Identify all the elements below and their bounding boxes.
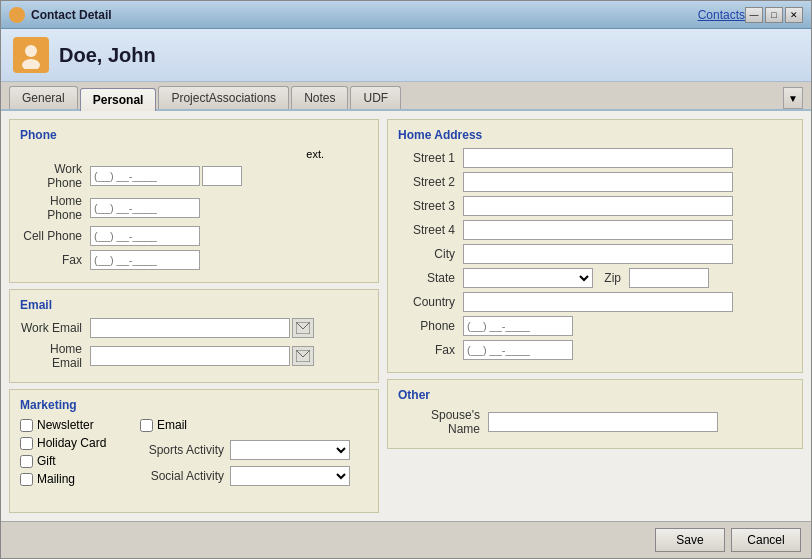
- phone-section: Phone ext. Work Phone Home Phone Cell Ph…: [9, 119, 379, 283]
- tab-personal[interactable]: Personal: [80, 88, 157, 111]
- street1-input[interactable]: [463, 148, 733, 168]
- other-section: Other Spouse's Name: [387, 379, 803, 449]
- title-bar: Contact Detail Contacts — □ ✕: [1, 1, 811, 29]
- address-phone-label: Phone: [398, 319, 463, 333]
- mailing-label: Mailing: [37, 472, 75, 486]
- address-fax-row: Fax: [398, 340, 792, 360]
- spouse-name-input[interactable]: [488, 412, 718, 432]
- email-marketing-row: Email: [140, 418, 368, 432]
- home-phone-label: Home Phone: [20, 194, 90, 222]
- work-email-input[interactable]: [90, 318, 290, 338]
- window-controls: — □ ✕: [745, 7, 803, 23]
- street4-input[interactable]: [463, 220, 733, 240]
- tab-general[interactable]: General: [9, 86, 78, 109]
- email-section-title: Email: [20, 298, 368, 312]
- social-activity-label: Social Activity: [140, 469, 230, 483]
- email-marketing-checkbox[interactable]: [140, 419, 153, 432]
- maximize-button[interactable]: □: [765, 7, 783, 23]
- right-panel: Home Address Street 1 Street 2 Street 3 …: [387, 119, 803, 513]
- main-content: Phone ext. Work Phone Home Phone Cell Ph…: [1, 111, 811, 521]
- footer: Save Cancel: [1, 521, 811, 558]
- minimize-button[interactable]: —: [745, 7, 763, 23]
- fax-input[interactable]: [90, 250, 200, 270]
- home-phone-row: Home Phone: [20, 194, 368, 222]
- state-select[interactable]: [463, 268, 593, 288]
- street3-input[interactable]: [463, 196, 733, 216]
- city-input[interactable]: [463, 244, 733, 264]
- holiday-card-checkbox[interactable]: [20, 437, 33, 450]
- gift-checkbox[interactable]: [20, 455, 33, 468]
- sports-activity-select[interactable]: [230, 440, 350, 460]
- address-fax-label: Fax: [398, 343, 463, 357]
- save-button[interactable]: Save: [655, 528, 725, 552]
- sports-activity-row: Sports Activity: [140, 440, 368, 460]
- other-section-title: Other: [398, 388, 792, 402]
- svg-point-0: [25, 45, 37, 57]
- work-phone-input[interactable]: [90, 166, 200, 186]
- email-section: Email Work Email Home Email: [9, 289, 379, 383]
- address-phone-input[interactable]: [463, 316, 573, 336]
- home-email-icon-button[interactable]: [292, 346, 314, 366]
- ext-header-label: ext.: [306, 148, 324, 160]
- marketing-col2: Email Sports Activity Social Activity: [140, 418, 368, 490]
- street2-label: Street 2: [398, 175, 463, 189]
- home-email-row: Home Email: [20, 342, 368, 370]
- work-email-icon-button[interactable]: [292, 318, 314, 338]
- street1-row: Street 1: [398, 148, 792, 168]
- fax-label: Fax: [20, 253, 90, 267]
- gift-label: Gift: [37, 454, 56, 468]
- city-row: City: [398, 244, 792, 264]
- tab-udf[interactable]: UDF: [350, 86, 401, 109]
- contact-name: Doe, John: [59, 44, 156, 67]
- work-email-label: Work Email: [20, 321, 90, 335]
- svg-point-1: [22, 59, 40, 69]
- home-address-section: Home Address Street 1 Street 2 Street 3 …: [387, 119, 803, 373]
- home-phone-input[interactable]: [90, 198, 200, 218]
- newsletter-row: Newsletter: [20, 418, 140, 432]
- tab-bar: General Personal ProjectAssociations Not…: [1, 82, 811, 111]
- country-input[interactable]: [463, 292, 733, 312]
- cell-phone-input[interactable]: [90, 226, 200, 246]
- home-email-input[interactable]: [90, 346, 290, 366]
- work-email-row: Work Email: [20, 318, 368, 338]
- work-phone-label: Work Phone: [20, 162, 90, 190]
- social-activity-row: Social Activity: [140, 466, 368, 486]
- address-fax-input[interactable]: [463, 340, 573, 360]
- close-button[interactable]: ✕: [785, 7, 803, 23]
- street4-row: Street 4: [398, 220, 792, 240]
- state-label: State: [398, 271, 463, 285]
- marketing-section-title: Marketing: [20, 398, 368, 412]
- zip-label: Zip: [599, 271, 629, 285]
- cancel-button[interactable]: Cancel: [731, 528, 801, 552]
- gift-row: Gift: [20, 454, 140, 468]
- email-marketing-label: Email: [157, 418, 187, 432]
- zip-input[interactable]: [629, 268, 709, 288]
- tab-projectassociations[interactable]: ProjectAssociations: [158, 86, 289, 109]
- work-phone-ext-input[interactable]: [202, 166, 242, 186]
- street2-input[interactable]: [463, 172, 733, 192]
- fax-row: Fax: [20, 250, 368, 270]
- street3-row: Street 3: [398, 196, 792, 216]
- left-panel: Phone ext. Work Phone Home Phone Cell Ph…: [9, 119, 379, 513]
- social-activity-select[interactable]: [230, 466, 350, 486]
- marketing-col1: Newsletter Holiday Card Gift Mailin: [20, 418, 140, 490]
- marketing-dropdowns: Sports Activity Social Activity: [140, 440, 368, 490]
- tab-notes[interactable]: Notes: [291, 86, 348, 109]
- contact-header: Doe, John: [1, 29, 811, 82]
- street3-label: Street 3: [398, 199, 463, 213]
- street2-row: Street 2: [398, 172, 792, 192]
- home-address-title: Home Address: [398, 128, 792, 142]
- mailing-row: Mailing: [20, 472, 140, 486]
- state-zip-row: State Zip: [398, 268, 792, 288]
- holiday-card-label: Holiday Card: [37, 436, 106, 450]
- tab-dropdown-button[interactable]: ▼: [783, 87, 803, 109]
- mailing-checkbox[interactable]: [20, 473, 33, 486]
- window-title: Contact Detail: [31, 8, 688, 22]
- marketing-grid: Newsletter Holiday Card Gift Mailin: [20, 418, 368, 490]
- home-email-label: Home Email: [20, 342, 90, 370]
- spouse-name-label: Spouse's Name: [398, 408, 488, 436]
- cell-phone-row: Cell Phone: [20, 226, 368, 246]
- breadcrumb[interactable]: Contacts: [698, 8, 745, 22]
- marketing-section: Marketing Newsletter Holiday Card: [9, 389, 379, 513]
- newsletter-checkbox[interactable]: [20, 419, 33, 432]
